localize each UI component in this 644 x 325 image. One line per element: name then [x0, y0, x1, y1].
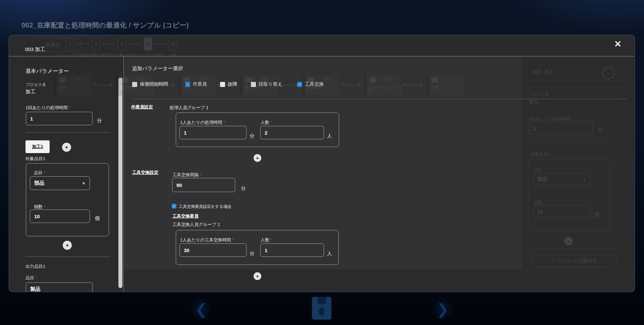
required-mark: * — [69, 105, 70, 110]
tool-interval-input[interactable]: 90 — [172, 178, 235, 192]
qty-input[interactable]: 10 — [30, 210, 90, 223]
checkbox-checked-icon: ✓ — [172, 204, 176, 208]
tool-time-unit: 分 — [250, 250, 255, 257]
page-title: 002_在庫配置と処理時間の最適化 / サンプル (コピー) — [21, 21, 189, 30]
worker-count-input[interactable]: 2 — [260, 126, 324, 139]
required-mark: * — [271, 120, 272, 125]
item-label: 品目* — [34, 170, 46, 176]
tool-time-input[interactable]: 30 — [179, 243, 247, 257]
tool-time-label: 1人あたりの工具交換時間* — [180, 237, 234, 243]
checkbox-unchecked-icon — [132, 82, 137, 87]
save-icon — [312, 297, 331, 320]
sidebar-divider — [25, 132, 109, 133]
chevron-down-icon: ▼ — [82, 181, 86, 185]
tool-count-input[interactable]: 1 — [260, 243, 324, 257]
required-mark: * — [200, 173, 202, 177]
qty-label: 個数* — [34, 204, 46, 210]
tool-count-unit: 人 — [327, 250, 332, 257]
tool-count-label: 人数* — [261, 237, 272, 243]
proc-time-input[interactable]: 1 — [26, 112, 93, 125]
parameter-checkbox-label: 故障 — [228, 81, 237, 87]
sidebar-divider — [25, 257, 109, 257]
parameter-checkbox-label: 作業員 — [193, 81, 207, 87]
plus-icon: + — [256, 273, 259, 279]
required-mark: * — [36, 276, 37, 280]
worker-group-box: 1人あたりの処理時間* 1 分 人数* 2 人 — [176, 112, 339, 147]
parameter-checkbox-label: 稼働開始時間 — [140, 81, 168, 87]
required-mark: * — [232, 238, 234, 242]
required-mark: * — [44, 204, 46, 209]
output-item-title: 出力品目1 — [25, 264, 45, 270]
process-name-label: プロセス名 — [25, 82, 46, 88]
main-heading: 追加パラメーター選択 — [132, 65, 183, 72]
additional-parameters-panel: 追加パラメーター選択 稼働開始時間✓作業員故障段取り替え✓工具交換 作業員設定 … — [124, 56, 635, 292]
qty-unit: 個 — [95, 215, 100, 222]
floppy-spindle — [319, 308, 325, 316]
worker-time-label: 1人あたりの処理時間* — [180, 120, 225, 126]
parameter-checkbox-1[interactable]: 稼働開始時間 — [132, 81, 168, 87]
close-button[interactable]: ✕ — [611, 37, 625, 51]
sidebar-heading: 基本パラメーター — [25, 68, 69, 75]
item-select[interactable]: 部品 ▼ — [30, 176, 90, 190]
proc-time-unit: 分 — [97, 118, 102, 124]
add-target-item-button[interactable]: + — [63, 241, 72, 250]
prev-step-button: ❮ — [191, 296, 212, 322]
main-divider — [132, 99, 628, 99]
dialog-title: 003 加工 — [25, 46, 45, 53]
tool-interval-unit: 分 — [241, 185, 246, 192]
tab-kakou1[interactable]: 加工1 — [25, 140, 50, 153]
chevron-right-icon: ❯ — [437, 300, 449, 318]
close-icon: ✕ — [614, 39, 622, 49]
add-worker-group-button[interactable]: + — [254, 154, 261, 162]
parameter-checkbox-3[interactable]: 故障 — [220, 81, 237, 87]
parameter-checkbox-2[interactable]: ✓作業員 — [185, 81, 207, 87]
next-step-button: ❯ — [432, 296, 453, 322]
plus-icon: + — [66, 242, 69, 248]
worker-count-label: 人数* — [261, 120, 272, 126]
plus-icon: + — [256, 155, 259, 161]
target-item-title: 対象品目1 — [25, 156, 45, 162]
worker-count-unit: 人 — [327, 133, 332, 139]
dialog-body: 基本パラメーター プロセス名 加工 1回あたりの処理時間* 1 分 加工1 + … — [9, 56, 635, 292]
parameter-checkbox-5[interactable]: ✓工具交換 — [297, 81, 324, 87]
worker-time-input[interactable]: 1 — [179, 126, 247, 139]
tool-staff-checkbox[interactable]: ✓ 工具交換要員設定をする場合 — [172, 204, 231, 210]
tool-interval-label: 工具交換間隔* — [172, 172, 202, 178]
tool-group-title: 工具交換人員グループ 1 — [172, 222, 220, 228]
tool-staff-heading: 工具交換要員 — [172, 213, 199, 219]
worker-time-unit: 分 — [250, 133, 255, 139]
checkbox-unchecked-icon — [220, 82, 225, 87]
tool-staff-checkbox-label: 工具交換要員設定をする場合 — [179, 204, 231, 210]
output-item-input[interactable]: 製品 — [26, 282, 93, 292]
add-tab-button[interactable]: + — [62, 143, 71, 152]
required-mark: * — [223, 120, 225, 125]
chevron-left-icon: ❮ — [195, 300, 208, 318]
tool-section-heading: 工具交換設定 — [132, 170, 158, 176]
required-mark: * — [271, 238, 272, 242]
add-tool-group-button[interactable]: + — [254, 272, 261, 280]
sidebar-scrollbar[interactable] — [118, 78, 122, 288]
proc-time-label: 1回あたりの処理時間* — [25, 105, 70, 111]
worker-section-heading: 作業員設定 — [131, 104, 153, 110]
plus-icon: + — [65, 144, 68, 150]
floppy-notch — [317, 297, 326, 304]
dialog-header: 003 加工 ✕ — [9, 35, 635, 56]
parameter-checkbox-label: 段取り替え — [259, 81, 282, 87]
process-edit-dialog: 003 加工 ✕ 基本パラメーター プロセス名 加工 1回あたりの処理時間* 1… — [9, 35, 635, 292]
checkbox-checked-icon: ✓ — [185, 82, 190, 87]
parameter-checkbox-label: 工具交換 — [305, 81, 324, 87]
tool-group-box: 1人あたりの工具交換時間* 30 分 人数* 1 人 — [176, 230, 339, 265]
checkbox-unchecked-icon — [251, 82, 256, 87]
basic-parameters-panel: 基本パラメーター プロセス名 加工 1回あたりの処理時間* 1 分 加工1 + … — [9, 56, 124, 292]
required-mark: * — [44, 171, 46, 175]
output-item-label: 品目* — [25, 275, 37, 281]
parameter-checkbox-4[interactable]: 段取り替え — [251, 81, 282, 87]
process-name-value: 加工 — [25, 89, 36, 95]
worker-group-title: 処理人員グループ 1 — [170, 105, 209, 111]
checkbox-checked-icon: ✓ — [297, 82, 302, 87]
